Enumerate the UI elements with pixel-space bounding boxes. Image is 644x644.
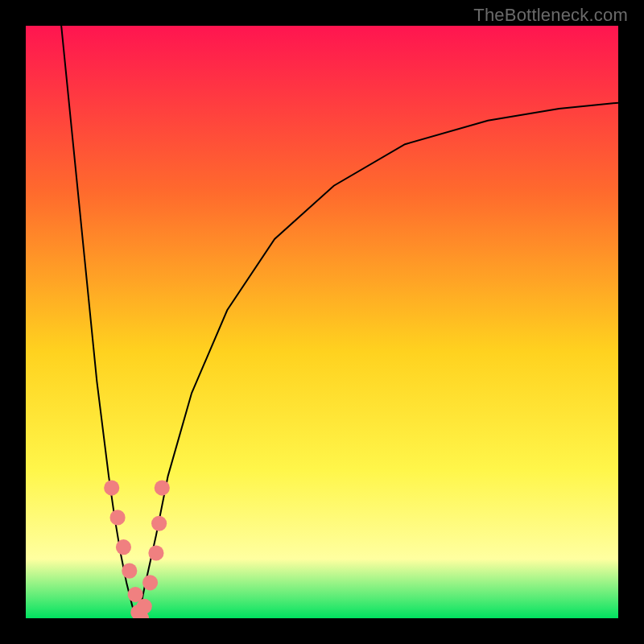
marker-point xyxy=(116,539,131,555)
marker-point xyxy=(142,575,158,590)
watermark-text: TheBottleneck.com xyxy=(473,5,628,26)
marker-point xyxy=(110,510,126,525)
marker-point xyxy=(137,599,152,614)
chart-svg xyxy=(26,26,618,618)
marker-point xyxy=(155,481,170,496)
marker-point xyxy=(122,564,137,579)
marker-point xyxy=(151,516,167,531)
marker-point xyxy=(148,545,163,560)
marker-point xyxy=(104,481,119,496)
gradient-bg xyxy=(26,26,618,618)
chart-frame: TheBottleneck.com xyxy=(0,0,644,644)
plot-area xyxy=(26,26,618,618)
